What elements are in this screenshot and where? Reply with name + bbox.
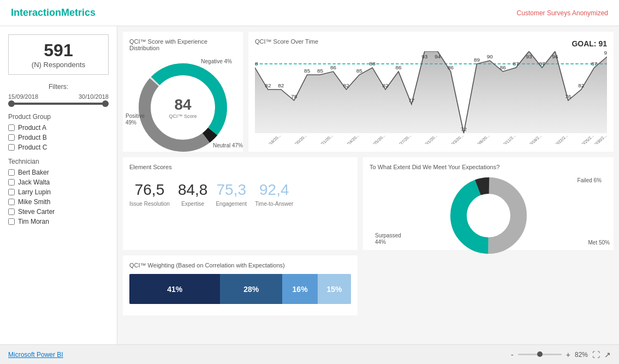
technician-tim-item: Tim Moran <box>8 218 109 225</box>
score-issue-resolution: 76,5 Issue Resolution <box>129 181 170 207</box>
qci-donut-wrapper: 84 QCI™ Score Positive 49% Negative 4% N… <box>131 56 235 159</box>
svg-text:10/3/20...: 10/3/20... <box>448 133 465 144</box>
svg-text:82: 82 <box>278 82 284 88</box>
technician-larry-item: Larry Lupin <box>8 188 109 196</box>
logo-text: Interaction <box>11 7 61 18</box>
element-scores-panel: Element Scores 76,5 Issue Resolution 84,… <box>123 157 358 250</box>
svg-text:86: 86 <box>330 64 336 70</box>
svg-text:9/25/20...: 9/25/20... <box>370 133 386 144</box>
slider-thumb-right[interactable] <box>102 100 109 107</box>
main-content: 591 (N) Respondents Filters: 15/09/2018 … <box>0 26 619 344</box>
element-scores-title: Element Scores <box>129 164 351 170</box>
svg-text:9/24/20...: 9/24/20... <box>344 133 360 144</box>
svg-text:9/18/20...: 9/18/20... <box>266 133 282 144</box>
middle-row: Element Scores 76,5 Issue Resolution 84,… <box>123 157 614 250</box>
logo-accent: Metrics <box>61 7 96 18</box>
share-icon[interactable]: ↗ <box>604 350 611 359</box>
weighting-bar-2: 28% <box>220 274 282 304</box>
product-a-checkbox[interactable] <box>8 124 15 131</box>
svg-text:78: 78 <box>291 93 297 99</box>
date-start: 15/09/2018 <box>8 93 38 100</box>
zoom-value: 82% <box>575 351 588 359</box>
weighting-bar-1-label: 41% <box>167 285 182 294</box>
weighting-bars: 41% 28% 16% 15% <box>129 274 351 304</box>
zoom-plus[interactable]: + <box>566 350 570 359</box>
expectations-title: To What Extent Did We Meet Your Expectat… <box>370 164 607 170</box>
expectations-panel: To What Extent Did We Meet Your Expectat… <box>363 157 614 250</box>
technician-section: Technician Bert Baker Jack Walta Larry L… <box>8 158 109 225</box>
svg-text:76: 76 <box>565 93 571 99</box>
zoom-slider[interactable] <box>518 354 562 355</box>
qci-time-panel: QCI™ Score Over Time GOAL: 91 <box>248 32 614 152</box>
score-time-to-answer-label: Time-to-Answer <box>255 201 293 207</box>
technician-jack-item: Jack Walta <box>8 178 109 186</box>
weighting-bar-3-label: 16% <box>293 285 308 294</box>
technician-larry-label: Larry Lupin <box>18 188 51 196</box>
expectations-donut-chart <box>428 175 549 256</box>
goal-label: GOAL: 91 <box>572 39 607 48</box>
report-title[interactable]: Customer Surveys Anonymized <box>517 9 608 17</box>
qci-score-panel: QCI™ Score with Experience Distribution <box>123 32 243 152</box>
time-chart: 88 82 82 78 85 85 86 82 85 88 82 86 77 9… <box>255 51 607 144</box>
power-bi-link[interactable]: Microsoft Power BI <box>8 351 63 359</box>
svg-text:93: 93 <box>526 53 532 59</box>
svg-text:10/25/2...: 10/25/2... <box>579 133 596 144</box>
svg-text:82: 82 <box>343 82 349 88</box>
svg-text:86: 86 <box>448 64 454 70</box>
score-expertise-label: Expertise <box>178 201 208 207</box>
svg-text:87: 87 <box>591 61 597 66</box>
svg-text:86: 86 <box>500 64 506 70</box>
technician-bert-item: Bert Baker <box>8 169 109 176</box>
zoom-controls: - + 82% ⛶ ↗ <box>511 350 611 359</box>
technician-mike-item: Mike Smith <box>8 198 109 206</box>
svg-text:10/8/20...: 10/8/20... <box>474 133 491 144</box>
product-b-checkbox[interactable] <box>8 134 15 141</box>
technician-bert-checkbox[interactable] <box>8 169 15 176</box>
score-engagement-value: 75,3 <box>216 181 247 199</box>
donut-sublabel: QCI™ Score <box>169 114 197 119</box>
top-row: QCI™ Score with Experience Distribution <box>123 32 614 152</box>
technician-larry-checkbox[interactable] <box>8 189 15 195</box>
weighting-title: QCI™ Weighting (Based on Correlation wit… <box>129 262 351 268</box>
bottom-row: QCI™ Weighting (Based on Correlation wit… <box>123 255 614 315</box>
element-scores-grid: 76,5 Issue Resolution 84,8 Expertise 75,… <box>129 181 351 207</box>
technician-label: Technician <box>8 158 109 165</box>
svg-text:9/21/20...: 9/21/20... <box>318 133 334 144</box>
surpassed-label: Surpassed44% <box>375 232 401 246</box>
svg-text:88: 88 <box>370 61 376 66</box>
technician-mike-checkbox[interactable] <box>8 199 15 205</box>
sidebar: 591 (N) Respondents Filters: 15/09/2018 … <box>0 26 117 344</box>
respondents-box: 591 (N) Respondents <box>8 34 109 75</box>
score-engagement: 75,3 Engagement <box>216 181 247 207</box>
svg-text:9/17/20...: 9/17/20... <box>255 133 255 144</box>
failed-label: Failed 6% <box>578 177 602 183</box>
technician-steve-checkbox[interactable] <box>8 208 15 215</box>
svg-text:10/1/20...: 10/1/20... <box>422 133 439 144</box>
product-b-item: Product B <box>8 134 109 141</box>
score-issue-resolution-label: Issue Resolution <box>129 201 170 207</box>
svg-text:93: 93 <box>421 53 427 59</box>
weighting-bar-4: 15% <box>318 274 351 304</box>
slider-thumb-left[interactable] <box>8 100 15 107</box>
donut-score: 84 <box>169 96 197 114</box>
logo: InteractionMetrics <box>11 7 96 19</box>
svg-text:82: 82 <box>383 82 389 88</box>
date-slider[interactable] <box>8 103 109 105</box>
svg-text:9/27/20...: 9/27/20... <box>396 133 413 144</box>
technician-steve-label: Steve Carter <box>18 208 55 216</box>
svg-text:10/22/2...: 10/22/2... <box>553 133 569 144</box>
zoom-minus[interactable]: - <box>511 350 514 359</box>
svg-text:86: 86 <box>395 64 401 70</box>
svg-text:90: 90 <box>487 53 493 59</box>
met-label: Met 50% <box>588 240 610 246</box>
svg-text:94: 94 <box>435 53 441 59</box>
fullscreen-icon[interactable]: ⛶ <box>592 350 600 359</box>
date-range: 15/09/2018 30/10/2018 <box>8 93 109 100</box>
technician-tim-checkbox[interactable] <box>8 218 15 225</box>
product-c-checkbox[interactable] <box>8 144 15 151</box>
qci-time-title: QCI™ Score Over Time <box>255 38 318 45</box>
technician-jack-checkbox[interactable] <box>8 179 15 186</box>
score-expertise: 84,8 Expertise <box>178 181 208 207</box>
weighting-panel: QCI™ Weighting (Based on Correlation wit… <box>123 255 358 315</box>
zoom-slider-thumb[interactable] <box>537 351 543 357</box>
